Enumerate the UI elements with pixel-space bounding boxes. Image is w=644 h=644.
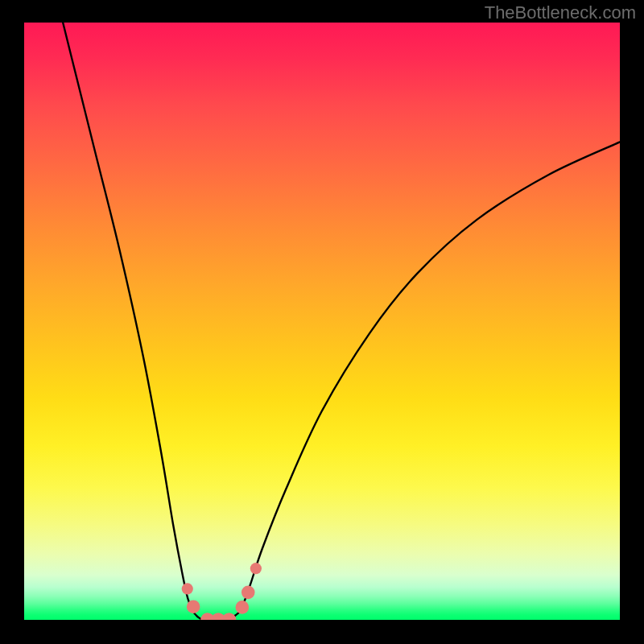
curve-marker (236, 601, 250, 614)
curve-marker (242, 586, 255, 600)
curve-marker (250, 563, 262, 574)
bottleneck-curve-svg (24, 23, 620, 620)
bottleneck-curve-line (24, 23, 620, 620)
watermark-text: TheBottleneck.com (485, 2, 636, 23)
chart-container: TheBottleneck.com (0, 0, 644, 644)
curve-marker (182, 583, 193, 594)
curve-marker (222, 613, 236, 620)
curve-markers (182, 563, 262, 620)
curve-marker (187, 600, 200, 613)
plot-frame (24, 23, 620, 620)
